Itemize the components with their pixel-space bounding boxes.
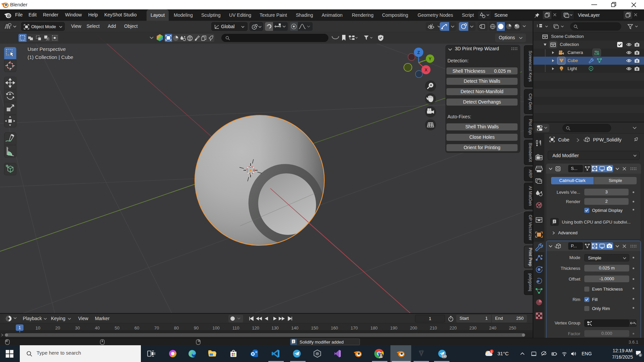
svg-text:240: 240 <box>441 355 446 358</box>
svg-text:6: 6 <box>639 354 641 357</box>
svg-text:i: i <box>554 220 555 223</box>
svg-text:i: i <box>293 340 294 343</box>
svg-text:1: 1 <box>491 350 492 353</box>
svg-text:X: X <box>425 67 428 72</box>
svg-text:Z: Z <box>417 50 420 55</box>
svg-text:Y: Y <box>429 56 432 61</box>
